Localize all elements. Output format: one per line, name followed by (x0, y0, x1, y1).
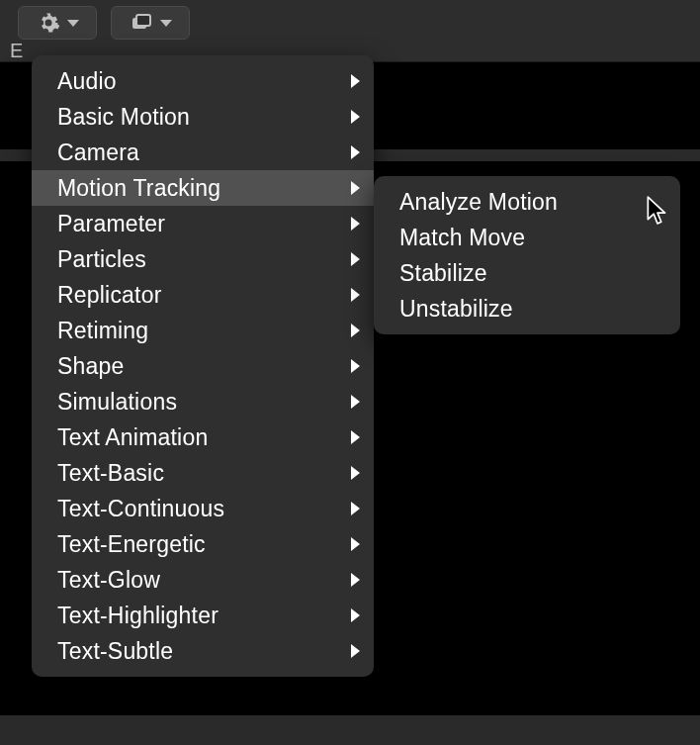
motion-tracking-submenu: Analyze Motion Match Move Stabilize Unst… (374, 176, 680, 334)
menu-item-label: Retiming (57, 318, 148, 344)
menu-item-text-continuous[interactable]: Text-Continuous (32, 491, 374, 526)
submenu-arrow-icon (351, 608, 360, 622)
submenu-item-match-move[interactable]: Match Move (374, 220, 680, 255)
submenu-arrow-icon (351, 74, 360, 88)
menu-item-label: Particles (57, 246, 146, 273)
panels-icon (129, 10, 154, 36)
menu-item-text-highlighter[interactable]: Text-Highlighter (32, 598, 374, 633)
submenu-item-analyze-motion[interactable]: Analyze Motion (374, 184, 680, 220)
toolbar: E (0, 0, 700, 62)
menu-item-audio[interactable]: Audio (32, 63, 374, 99)
submenu-item-unstabilize[interactable]: Unstabilize (374, 291, 680, 326)
submenu-arrow-icon (351, 537, 360, 551)
menu-item-label: Motion Tracking (57, 175, 220, 202)
menu-item-label: Simulations (57, 389, 177, 416)
menu-item-label: Unstabilize (399, 296, 513, 323)
menu-item-retiming[interactable]: Retiming (32, 313, 374, 348)
menu-item-label: Parameter (57, 211, 165, 237)
chevron-down-icon (67, 20, 79, 27)
menu-item-replicator[interactable]: Replicator (32, 277, 374, 313)
menu-item-label: Text-Subtle (57, 638, 173, 665)
menu-item-label: Text-Glow (57, 567, 160, 594)
submenu-arrow-icon (351, 288, 360, 302)
submenu-item-stabilize[interactable]: Stabilize (374, 255, 680, 291)
menu-item-label: Audio (57, 68, 117, 95)
submenu-arrow-icon (351, 110, 360, 124)
gear-icon (36, 10, 61, 36)
menu-item-label: Text-Highlighter (57, 603, 219, 629)
menu-item-label: Text-Energetic (57, 531, 206, 558)
menu-item-label: Camera (57, 140, 139, 166)
submenu-arrow-icon (351, 181, 360, 195)
submenu-arrow-icon (351, 217, 360, 231)
submenu-arrow-icon (351, 644, 360, 658)
menu-item-label: Shape (57, 353, 125, 380)
menu-item-simulations[interactable]: Simulations (32, 384, 374, 419)
menu-item-camera[interactable]: Camera (32, 135, 374, 170)
menu-item-text-basic[interactable]: Text-Basic (32, 455, 374, 491)
submenu-arrow-icon (351, 430, 360, 444)
submenu-arrow-icon (351, 145, 360, 159)
menu-item-particles[interactable]: Particles (32, 241, 374, 277)
submenu-arrow-icon (351, 359, 360, 373)
menu-item-label: Text-Basic (57, 460, 164, 487)
menu-item-text-glow[interactable]: Text-Glow (32, 562, 374, 598)
chevron-down-icon (160, 20, 172, 27)
menu-item-parameter[interactable]: Parameter (32, 206, 374, 241)
menu-item-label: Match Move (399, 225, 525, 251)
menu-item-label: Text-Continuous (57, 496, 224, 522)
submenu-arrow-icon (351, 502, 360, 515)
menu-item-basic-motion[interactable]: Basic Motion (32, 99, 374, 135)
panels-dropdown-button[interactable] (111, 6, 190, 40)
menu-item-motion-tracking[interactable]: Motion Tracking (32, 170, 374, 206)
menu-item-label: Text Animation (57, 424, 208, 451)
submenu-arrow-icon (351, 252, 360, 266)
bottom-bar (0, 714, 700, 745)
gear-dropdown-button[interactable] (18, 6, 97, 40)
menu-item-text-subtle[interactable]: Text-Subtle (32, 633, 374, 669)
menu-item-label: Basic Motion (57, 104, 190, 131)
submenu-arrow-icon (351, 395, 360, 409)
menu-item-text-animation[interactable]: Text Animation (32, 419, 374, 455)
truncated-label: E (10, 40, 23, 62)
submenu-arrow-icon (351, 573, 360, 587)
menu-item-label: Analyze Motion (399, 189, 558, 216)
menu-item-label: Stabilize (399, 260, 487, 287)
submenu-arrow-icon (351, 324, 360, 337)
behaviors-menu: Audio Basic Motion Camera Motion Trackin… (32, 55, 374, 677)
svg-rect-1 (136, 15, 150, 26)
menu-item-shape[interactable]: Shape (32, 348, 374, 384)
menu-item-label: Replicator (57, 282, 162, 309)
menu-item-text-energetic[interactable]: Text-Energetic (32, 526, 374, 562)
submenu-arrow-icon (351, 466, 360, 480)
